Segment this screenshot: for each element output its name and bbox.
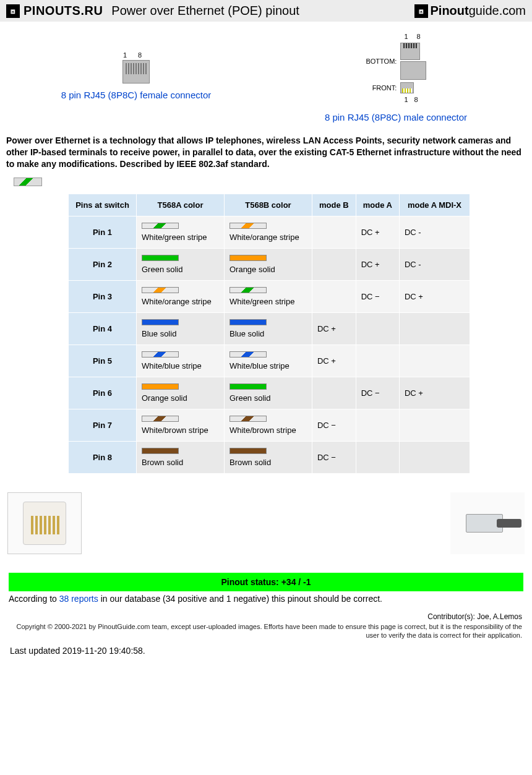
modea-mdix-cell: DC +: [399, 280, 470, 312]
pin-cell: Pin 8: [69, 441, 137, 473]
table-row: Pin 7White/brown stripeWhite/brown strip…: [69, 409, 470, 441]
t568b-cell: White/blue stripe: [224, 345, 312, 377]
logo-right-prefix: Pinout: [431, 4, 469, 18]
header: ⧈ PINOUTS.RU Power over Ethernet (POE) p…: [0, 0, 532, 22]
table-row: Pin 8Brown solidBrown solidDC −: [69, 441, 470, 473]
wire-color-icon: [142, 319, 179, 325]
t568b-cell: Brown solid: [224, 441, 312, 473]
logo-left-text: PINOUTS.RU: [24, 4, 103, 18]
connector-diagrams: 18 8 pin RJ45 (8P8C) female connector 18…: [6, 33, 526, 122]
modea-cell: [356, 312, 399, 345]
female-connector-block: 18 8 pin RJ45 (8P8C) female connector: [6, 33, 266, 122]
table-row: Pin 3White/orange stripeWhite/green stri…: [69, 280, 470, 312]
wire-color-icon: [230, 223, 267, 229]
wire-color-icon: [230, 383, 267, 390]
pin-numbers: 18: [119, 51, 153, 59]
wire-stripe-icon: [14, 178, 42, 186]
t568a-cell: Brown solid: [137, 441, 225, 473]
modea-mdix-cell: [399, 409, 470, 441]
pinout-status-bar: Pinout status: +34 / -1: [9, 573, 523, 591]
t568b-cell: Green solid: [224, 377, 312, 409]
pin-numbers: 18: [400, 96, 424, 103]
col-modea-mdix: mode A MDI-X: [399, 194, 470, 216]
t568b-cell: Blue solid: [224, 312, 312, 345]
modeb-cell: [312, 280, 356, 312]
modeb-cell: DC +: [312, 312, 356, 345]
modea-mdix-cell: [399, 345, 470, 377]
wire-color-icon: [230, 319, 267, 325]
modea-mdix-cell: [399, 312, 470, 345]
logo-pinouts-ru[interactable]: ⧈ PINOUTS.RU: [6, 4, 103, 18]
rj45-socket-icon: [23, 502, 66, 545]
table-row: Pin 1White/green stripeWhite/orange stri…: [69, 216, 470, 248]
photo-male-plug: [450, 492, 525, 554]
modea-mdix-cell: DC -: [399, 248, 470, 280]
table-row: Pin 2Green solidOrange solidDC +DC -: [69, 248, 470, 280]
t568b-cell: White/brown stripe: [224, 409, 312, 441]
pin-cell: Pin 2: [69, 248, 137, 280]
wire-color-icon: [142, 448, 179, 454]
logo-pinoutguide[interactable]: ⧈ Pinoutguide.com: [414, 4, 526, 18]
contributors: Contributor(s): Joe, A.Lemos: [6, 612, 522, 621]
t568a-cell: Blue solid: [137, 312, 225, 345]
table-header-row: Pins at switch T568A color T568B color m…: [69, 194, 470, 216]
pin-cell: Pin 6: [69, 377, 137, 409]
pin-cell: Pin 3: [69, 280, 137, 312]
t568a-cell: Green solid: [137, 248, 225, 280]
wire-color-icon: [142, 351, 179, 358]
t568a-cell: White/orange stripe: [137, 280, 225, 312]
modea-cell: [356, 345, 399, 377]
modea-mdix-cell: DC -: [399, 216, 470, 248]
wire-color-icon: [230, 287, 267, 293]
modea-mdix-cell: [399, 441, 470, 473]
modea-mdix-cell: DC +: [399, 377, 470, 409]
last-updated: Last updated 2019-11-20 19:40:58.: [10, 646, 526, 656]
modea-cell: [356, 409, 399, 441]
col-t568b: T568B color: [224, 194, 312, 216]
female-connector-link[interactable]: 8 pin RJ45 (8P8C) female connector: [6, 90, 266, 100]
modea-cell: DC +: [356, 248, 399, 280]
rj45-male-bottom-icon: [400, 43, 420, 60]
wire-color-icon: [230, 416, 267, 422]
modea-cell: DC −: [356, 280, 399, 312]
t568b-cell: White/orange stripe: [224, 216, 312, 248]
t568b-cell: White/green stripe: [224, 280, 312, 312]
rj45-male-front-icon: [400, 82, 414, 93]
front-label: FRONT:: [363, 84, 397, 92]
reports-link[interactable]: 38 reports: [59, 594, 98, 604]
modeb-cell: DC +: [312, 345, 356, 377]
col-modeb: mode B: [312, 194, 356, 216]
wire-color-icon: [142, 223, 179, 229]
modea-cell: DC +: [356, 216, 399, 248]
t568a-cell: White/brown stripe: [137, 409, 225, 441]
male-connector-block: 18 BOTTOM: FRONT: 18 8 p: [266, 33, 526, 122]
status-description: According to 38 reports in our database …: [9, 594, 523, 604]
wire-color-icon: [142, 416, 179, 422]
pinout-table: Pins at switch T568A color T568B color m…: [68, 194, 470, 474]
wire-color-icon: [230, 351, 267, 358]
pin-cell: Pin 1: [69, 216, 137, 248]
col-modea: mode A: [356, 194, 399, 216]
pin-cell: Pin 5: [69, 345, 137, 377]
pin-cell: Pin 4: [69, 312, 137, 345]
rj45-plug-icon: [460, 508, 515, 539]
wire-color-icon: [142, 383, 179, 390]
t568a-cell: Orange solid: [137, 377, 225, 409]
connector-icon: ⧈: [414, 4, 428, 18]
modeb-cell: [312, 377, 356, 409]
intro-paragraph: Power over Ethernet is a technology that…: [6, 135, 526, 170]
col-t568a: T568A color: [137, 194, 225, 216]
logo-right-suffix: guide.com: [469, 4, 526, 18]
wire-color-icon: [230, 255, 267, 261]
table-row: Pin 5White/blue stripeWhite/blue stripeD…: [69, 345, 470, 377]
t568b-cell: Orange solid: [224, 248, 312, 280]
wire-color-icon: [142, 255, 179, 261]
wire-color-icon: [142, 287, 179, 293]
t568a-cell: White/blue stripe: [137, 345, 225, 377]
pin-numbers: 18: [400, 33, 429, 40]
copyright: Copyright © 2000-2021 by PinoutGuide.com…: [6, 622, 522, 640]
male-connector-link[interactable]: 8 pin RJ45 (8P8C) male connector: [266, 112, 526, 122]
rj45-female-icon: [122, 60, 150, 83]
photo-female-socket: [7, 492, 82, 554]
wire-color-icon: [230, 448, 267, 454]
